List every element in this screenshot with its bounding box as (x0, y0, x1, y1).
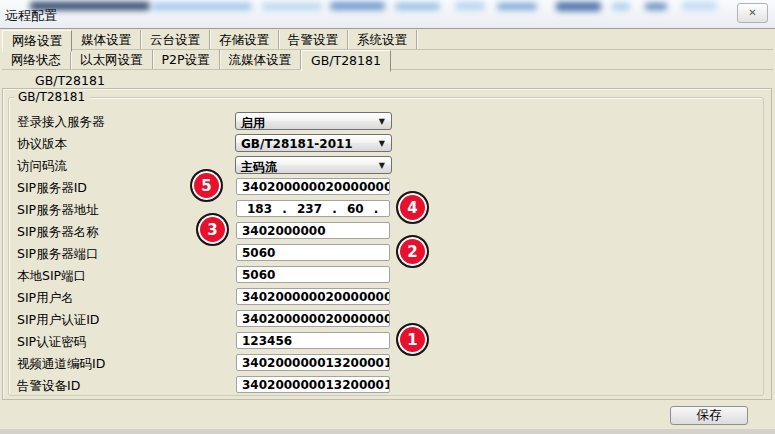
field-label-sip-server-name: SIP服务器名称 (17, 224, 99, 241)
tab-storage-settings[interactable]: 存储设置 (210, 30, 279, 49)
field-label-login-access-server: 登录接入服务器 (17, 114, 105, 131)
background-window-blur (152, 3, 252, 10)
sip-server-id-input[interactable] (236, 178, 390, 195)
groupbox-legend: GB/T28181 (14, 90, 89, 104)
form-row: 登录接入服务器 启用 ▼ (0, 112, 775, 130)
tab-media-settings[interactable]: 媒体设置 (72, 30, 141, 49)
chevron-down-icon: ▼ (379, 139, 385, 148)
window-bottom-frame (0, 429, 775, 434)
remote-config-dialog: 远程配置 ✕ 网络设置 媒体设置 云台设置 存储设置 告警设置 系统设置 网络状… (0, 0, 775, 434)
tab-system-settings[interactable]: 系统设置 (348, 30, 417, 49)
background-window-blur (455, 2, 485, 10)
form-row: 视频通道编码ID (0, 354, 775, 372)
field-label-access-stream: 访问码流 (17, 158, 67, 175)
sip-user-auth-id-input[interactable] (236, 310, 390, 327)
tab-bar-network: 网络状态 以太网设置 P2P设置 流媒体设置 GB/T28181 (2, 50, 773, 70)
chevron-down-icon: ▼ (379, 161, 385, 170)
background-window-blur (395, 3, 440, 10)
callout-badge-3: 3 (196, 213, 229, 246)
login-access-server-select[interactable]: 启用 ▼ (235, 112, 392, 130)
field-label-sip-server-port: SIP服务器端口 (17, 246, 99, 263)
field-label-video-channel-id: 视频通道编码ID (17, 356, 105, 373)
title-bar: 远程配置 (0, 0, 775, 29)
background-window-blur (556, 2, 601, 11)
field-label-local-sip-port: 本地SIP端口 (17, 268, 86, 285)
access-stream-select[interactable]: 主码流 ▼ (235, 156, 392, 174)
callout-badge-5: 5 (190, 169, 223, 202)
field-label-sip-username: SIP用户名 (17, 290, 74, 307)
protocol-version-select[interactable]: GB/T28181-2011 ▼ (235, 134, 392, 152)
background-window-blur (612, 3, 630, 10)
callout-badge-2: 2 (396, 235, 429, 268)
sip-server-name-input[interactable] (236, 222, 390, 239)
tab-ptz-settings[interactable]: 云台设置 (141, 30, 210, 49)
form-row: SIP认证密码 (0, 332, 775, 350)
background-window-blur (262, 3, 322, 10)
form-row: 协议版本 GB/T28181-2011 ▼ (0, 134, 775, 152)
form-row: SIP用户认证ID (0, 310, 775, 328)
alarm-device-id-input[interactable] (236, 376, 390, 393)
local-sip-port-input[interactable] (236, 266, 390, 283)
window-title: 远程配置 (5, 7, 57, 25)
video-channel-id-input[interactable] (236, 354, 390, 371)
form-row: 本地SIP端口 (0, 266, 775, 284)
callout-badge-1: 1 (396, 323, 429, 356)
form-row: SIP服务器地址 (0, 200, 775, 218)
form-row: SIP用户名 (0, 288, 775, 306)
field-label-sip-auth-password: SIP认证密码 (17, 334, 86, 351)
field-label-sip-user-auth-id: SIP用户认证ID (17, 312, 99, 329)
background-window-blur (645, 3, 667, 10)
tab-bar-main: 网络设置 媒体设置 云台设置 存储设置 告警设置 系统设置 (2, 30, 773, 50)
tab-streaming-settings[interactable]: 流媒体设置 (220, 50, 302, 69)
page-title: GB/T28181 (35, 73, 105, 88)
form-row: SIP服务器ID (0, 178, 775, 196)
field-label-sip-server-address: SIP服务器地址 (17, 202, 99, 219)
tab-gbt28181[interactable]: GB/T28181 (301, 50, 391, 72)
chevron-down-icon: ▼ (379, 117, 385, 126)
field-label-protocol-version: 协议版本 (17, 136, 67, 153)
sip-server-port-input[interactable] (236, 244, 390, 261)
callout-badge-4: 4 (396, 191, 429, 224)
background-window-blur (682, 2, 717, 10)
tab-network-status[interactable]: 网络状态 (2, 50, 71, 69)
background-window-blur (497, 3, 537, 10)
select-value: 启用 (241, 115, 265, 132)
close-icon: ✕ (748, 8, 756, 18)
tab-network-settings[interactable]: 网络设置 (2, 30, 72, 52)
form-row: 访问码流 主码流 ▼ (0, 156, 775, 174)
tab-alarm-settings[interactable]: 告警设置 (279, 30, 348, 49)
field-label-alarm-device-id: 告警设备ID (17, 378, 80, 395)
sip-server-address-input[interactable] (236, 200, 390, 217)
tab-ethernet-settings[interactable]: 以太网设置 (71, 50, 153, 69)
save-button[interactable]: 保存 (670, 406, 748, 425)
select-value: GB/T28181-2011 (241, 137, 353, 151)
select-value: 主码流 (241, 159, 277, 176)
sip-username-input[interactable] (236, 288, 390, 305)
form-row: SIP服务器名称 (0, 222, 775, 240)
close-button[interactable]: ✕ (737, 3, 768, 23)
form-row: 告警设备ID (0, 376, 775, 394)
background-window-blur (330, 2, 385, 10)
sip-auth-password-input[interactable] (236, 332, 390, 349)
field-label-sip-server-id: SIP服务器ID (17, 180, 87, 197)
tab-p2p-settings[interactable]: P2P设置 (153, 50, 220, 69)
form-row: SIP服务器端口 (0, 244, 775, 262)
